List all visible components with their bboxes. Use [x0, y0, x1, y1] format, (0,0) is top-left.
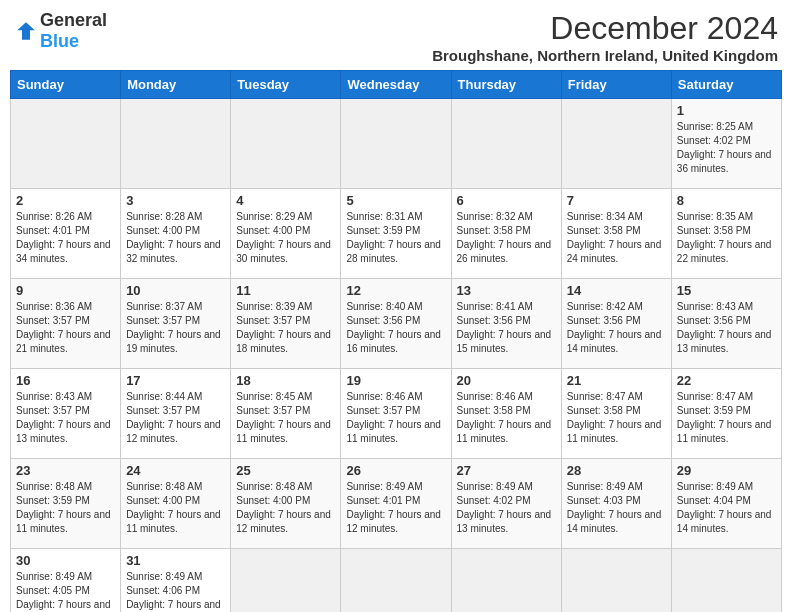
sunset: Sunset: 3:57 PM: [236, 315, 310, 326]
calendar-cell: 13 Sunrise: 8:41 AM Sunset: 3:56 PM Dayl…: [451, 279, 561, 369]
calendar-cell: 14 Sunrise: 8:42 AM Sunset: 3:56 PM Dayl…: [561, 279, 671, 369]
calendar-cell: 18 Sunrise: 8:45 AM Sunset: 3:57 PM Dayl…: [231, 369, 341, 459]
daylight: Daylight: 7 hours and 13 minutes.: [677, 329, 772, 354]
title-block: December 2024 Broughshane, Northern Irel…: [432, 10, 778, 64]
day-number: 17: [126, 373, 225, 388]
day-number: 21: [567, 373, 666, 388]
sunrise: Sunrise: 8:43 AM: [677, 301, 753, 312]
calendar-cell: 21 Sunrise: 8:47 AM Sunset: 3:58 PM Dayl…: [561, 369, 671, 459]
calendar-cell: 27 Sunrise: 8:49 AM Sunset: 4:02 PM Dayl…: [451, 459, 561, 549]
logo: General Blue: [14, 10, 107, 52]
sunrise: Sunrise: 8:35 AM: [677, 211, 753, 222]
calendar-cell: 26 Sunrise: 8:49 AM Sunset: 4:01 PM Dayl…: [341, 459, 451, 549]
day-number: 30: [16, 553, 115, 568]
daylight: Daylight: 7 hours and 26 minutes.: [457, 239, 552, 264]
calendar-cell: [341, 99, 451, 189]
day-info: Sunrise: 8:49 AM Sunset: 4:04 PM Dayligh…: [677, 480, 776, 536]
day-number: 29: [677, 463, 776, 478]
calendar-cell: [451, 549, 561, 613]
sunrise: Sunrise: 8:48 AM: [16, 481, 92, 492]
sunset: Sunset: 3:57 PM: [126, 405, 200, 416]
calendar-cell: [11, 99, 121, 189]
daylight: Daylight: 7 hours and 11 minutes.: [236, 419, 331, 444]
daylight: Daylight: 7 hours and 11 minutes.: [567, 419, 662, 444]
day-number: 20: [457, 373, 556, 388]
svg-marker-0: [17, 22, 35, 40]
calendar-cell: [341, 549, 451, 613]
sunset: Sunset: 4:06 PM: [126, 585, 200, 596]
day-info: Sunrise: 8:26 AM Sunset: 4:01 PM Dayligh…: [16, 210, 115, 266]
day-info: Sunrise: 8:49 AM Sunset: 4:05 PM Dayligh…: [16, 570, 115, 612]
day-info: Sunrise: 8:25 AM Sunset: 4:02 PM Dayligh…: [677, 120, 776, 176]
col-saturday: Saturday: [671, 71, 781, 99]
sunset: Sunset: 3:56 PM: [457, 315, 531, 326]
daylight: Daylight: 7 hours and 21 minutes.: [16, 329, 111, 354]
sunset: Sunset: 3:57 PM: [236, 405, 310, 416]
sunrise: Sunrise: 8:46 AM: [346, 391, 422, 402]
day-number: 25: [236, 463, 335, 478]
sunrise: Sunrise: 8:39 AM: [236, 301, 312, 312]
calendar-cell: 16 Sunrise: 8:43 AM Sunset: 3:57 PM Dayl…: [11, 369, 121, 459]
day-number: 24: [126, 463, 225, 478]
day-info: Sunrise: 8:43 AM Sunset: 3:57 PM Dayligh…: [16, 390, 115, 446]
daylight: Daylight: 7 hours and 30 minutes.: [236, 239, 331, 264]
day-info: Sunrise: 8:29 AM Sunset: 4:00 PM Dayligh…: [236, 210, 335, 266]
sunset: Sunset: 3:58 PM: [677, 225, 751, 236]
calendar-cell: 28 Sunrise: 8:49 AM Sunset: 4:03 PM Dayl…: [561, 459, 671, 549]
sunset: Sunset: 4:00 PM: [126, 495, 200, 506]
sunrise: Sunrise: 8:34 AM: [567, 211, 643, 222]
day-info: Sunrise: 8:37 AM Sunset: 3:57 PM Dayligh…: [126, 300, 225, 356]
day-info: Sunrise: 8:40 AM Sunset: 3:56 PM Dayligh…: [346, 300, 445, 356]
day-number: 28: [567, 463, 666, 478]
calendar-cell: 8 Sunrise: 8:35 AM Sunset: 3:58 PM Dayli…: [671, 189, 781, 279]
day-number: 7: [567, 193, 666, 208]
sunrise: Sunrise: 8:26 AM: [16, 211, 92, 222]
sunset: Sunset: 4:05 PM: [16, 585, 90, 596]
day-info: Sunrise: 8:42 AM Sunset: 3:56 PM Dayligh…: [567, 300, 666, 356]
sunrise: Sunrise: 8:42 AM: [567, 301, 643, 312]
day-number: 26: [346, 463, 445, 478]
day-info: Sunrise: 8:39 AM Sunset: 3:57 PM Dayligh…: [236, 300, 335, 356]
calendar-week-6: 30 Sunrise: 8:49 AM Sunset: 4:05 PM Dayl…: [11, 549, 782, 613]
daylight: Daylight: 7 hours and 15 minutes.: [457, 329, 552, 354]
day-number: 5: [346, 193, 445, 208]
sunset: Sunset: 4:00 PM: [126, 225, 200, 236]
calendar-cell: 17 Sunrise: 8:44 AM Sunset: 3:57 PM Dayl…: [121, 369, 231, 459]
calendar-cell: 30 Sunrise: 8:49 AM Sunset: 4:05 PM Dayl…: [11, 549, 121, 613]
daylight: Daylight: 7 hours and 14 minutes.: [677, 509, 772, 534]
daylight: Daylight: 7 hours and 16 minutes.: [16, 599, 111, 612]
sunset: Sunset: 4:01 PM: [16, 225, 90, 236]
daylight: Daylight: 7 hours and 19 minutes.: [126, 329, 221, 354]
day-number: 6: [457, 193, 556, 208]
day-number: 11: [236, 283, 335, 298]
daylight: Daylight: 7 hours and 28 minutes.: [346, 239, 441, 264]
calendar-cell: 7 Sunrise: 8:34 AM Sunset: 3:58 PM Dayli…: [561, 189, 671, 279]
sunrise: Sunrise: 8:49 AM: [346, 481, 422, 492]
calendar-week-2: 2 Sunrise: 8:26 AM Sunset: 4:01 PM Dayli…: [11, 189, 782, 279]
sunrise: Sunrise: 8:29 AM: [236, 211, 312, 222]
calendar-cell: 11 Sunrise: 8:39 AM Sunset: 3:57 PM Dayl…: [231, 279, 341, 369]
calendar-cell: 9 Sunrise: 8:36 AM Sunset: 3:57 PM Dayli…: [11, 279, 121, 369]
day-info: Sunrise: 8:46 AM Sunset: 3:57 PM Dayligh…: [346, 390, 445, 446]
sunrise: Sunrise: 8:46 AM: [457, 391, 533, 402]
sunrise: Sunrise: 8:28 AM: [126, 211, 202, 222]
day-number: 16: [16, 373, 115, 388]
day-info: Sunrise: 8:41 AM Sunset: 3:56 PM Dayligh…: [457, 300, 556, 356]
daylight: Daylight: 7 hours and 12 minutes.: [346, 509, 441, 534]
daylight: Daylight: 7 hours and 13 minutes.: [457, 509, 552, 534]
day-number: 4: [236, 193, 335, 208]
sunrise: Sunrise: 8:32 AM: [457, 211, 533, 222]
daylight: Daylight: 7 hours and 11 minutes.: [126, 509, 221, 534]
calendar-cell: [671, 549, 781, 613]
sunrise: Sunrise: 8:47 AM: [677, 391, 753, 402]
col-sunday: Sunday: [11, 71, 121, 99]
day-info: Sunrise: 8:49 AM Sunset: 4:02 PM Dayligh…: [457, 480, 556, 536]
col-thursday: Thursday: [451, 71, 561, 99]
daylight: Daylight: 7 hours and 14 minutes.: [567, 329, 662, 354]
sunset: Sunset: 3:56 PM: [677, 315, 751, 326]
sunrise: Sunrise: 8:44 AM: [126, 391, 202, 402]
sunset: Sunset: 4:00 PM: [236, 495, 310, 506]
daylight: Daylight: 7 hours and 36 minutes.: [677, 149, 772, 174]
day-info: Sunrise: 8:45 AM Sunset: 3:57 PM Dayligh…: [236, 390, 335, 446]
day-number: 18: [236, 373, 335, 388]
